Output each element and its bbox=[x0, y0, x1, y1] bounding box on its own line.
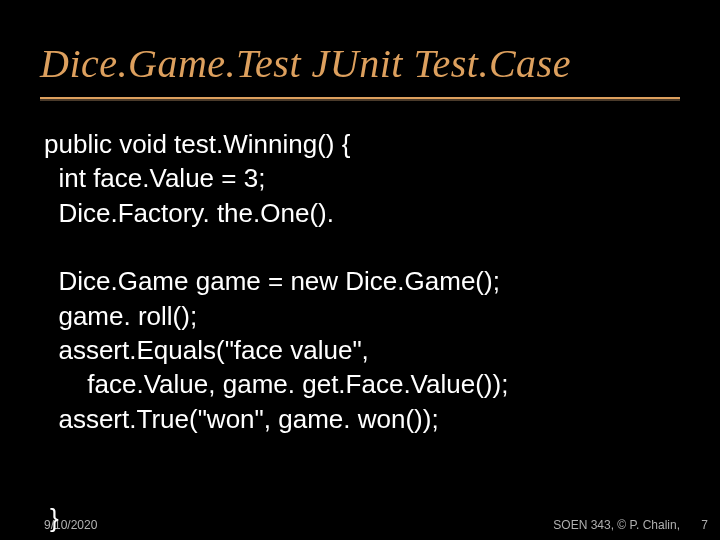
closing-brace: } bbox=[50, 503, 59, 534]
code-line: public void test.Winning() { bbox=[44, 129, 350, 159]
title-underline bbox=[40, 97, 680, 99]
code-line: Dice.Factory. the.One(). bbox=[44, 198, 334, 228]
slide: Dice.Game.Test JUnit Test.Case public vo… bbox=[0, 0, 720, 540]
code-line: Dice.Game game = new Dice.Game(); bbox=[44, 266, 500, 296]
code-line: int face.Value = 3; bbox=[44, 163, 265, 193]
code-line: face.Value, game. get.Face.Value()); bbox=[44, 369, 508, 399]
footer-page-number: 7 bbox=[701, 518, 708, 532]
code-line: assert.True("won", game. won()); bbox=[44, 404, 439, 434]
slide-title: Dice.Game.Test JUnit Test.Case bbox=[40, 40, 680, 87]
code-line: assert.Equals("face value", bbox=[44, 335, 369, 365]
code-block: public void test.Winning() { int face.Va… bbox=[44, 127, 680, 436]
code-line: game. roll(); bbox=[44, 301, 197, 331]
footer-attribution: SOEN 343, © P. Chalin, bbox=[553, 518, 680, 532]
